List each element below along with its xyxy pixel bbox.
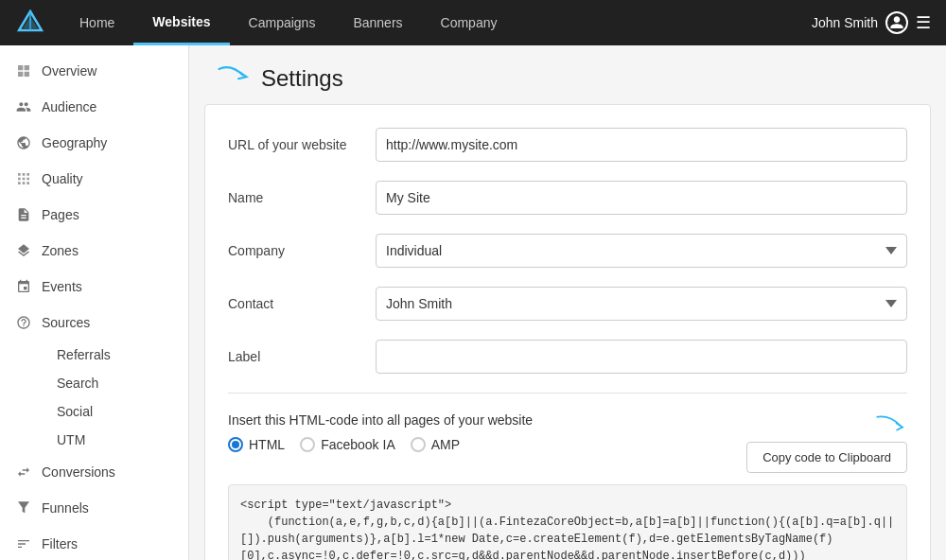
nav-websites[interactable]: Websites — [133, 0, 229, 45]
grid-icon — [15, 62, 32, 79]
contact-label: Contact — [228, 296, 360, 311]
sidebar-item-quality[interactable]: Quality — [0, 161, 188, 197]
code-tabs: HTML Facebook IA AMP — [228, 437, 533, 452]
page-header: Settings — [189, 45, 946, 104]
event-icon — [15, 278, 32, 295]
main-content: Settings URL of your website Name Compan… — [189, 45, 946, 560]
sidebar-utm[interactable]: UTM — [42, 426, 188, 454]
radio-amp[interactable] — [411, 437, 426, 452]
url-input[interactable] — [376, 128, 907, 162]
nav-home[interactable]: Home — [61, 0, 133, 45]
sidebar-events-label: Events — [42, 279, 82, 294]
sidebar-filters-label: Filters — [42, 536, 78, 551]
sidebar-audience-label: Audience — [42, 99, 96, 114]
code-instruction: Insert this HTML-code into all pages of … — [228, 412, 533, 428]
label-input[interactable] — [376, 340, 907, 374]
sidebar-item-filters[interactable]: Filters — [0, 526, 188, 560]
radio-facebook[interactable] — [300, 437, 315, 452]
people-icon — [15, 98, 32, 115]
sidebar-referrals[interactable]: Referrals — [42, 341, 188, 369]
sidebar-item-audience[interactable]: Audience — [0, 89, 188, 125]
label-label: Label — [228, 349, 360, 364]
sidebar-conversions-label: Conversions — [42, 464, 115, 480]
sidebar-geography-label: Geography — [42, 135, 107, 150]
company-select[interactable]: Individual — [376, 234, 907, 268]
copy-button-wrapper: Copy code to Clipboard — [746, 412, 907, 473]
sidebar-item-funnels[interactable]: Funnels — [0, 490, 188, 526]
page-title: Settings — [261, 65, 343, 92]
conversions-icon — [15, 464, 32, 481]
sidebar-social[interactable]: Social — [42, 397, 188, 426]
user-icon — [885, 11, 908, 34]
name-row: Name — [228, 181, 907, 215]
sources-icon — [15, 314, 32, 331]
sidebar-zones-label: Zones — [42, 243, 79, 258]
sidebar-sources-label: Sources — [42, 315, 90, 330]
contact-row: Contact John Smith — [228, 287, 907, 321]
sidebar-item-overview[interactable]: Overview — [0, 53, 188, 89]
name-input[interactable] — [376, 181, 907, 215]
sidebar-search[interactable]: Search — [42, 369, 188, 397]
nav-campaigns[interactable]: Campaigns — [230, 0, 335, 45]
sidebar-item-sources[interactable]: Sources — [0, 305, 188, 341]
user-menu[interactable]: John Smith ☰ — [812, 11, 931, 34]
filters-icon — [15, 535, 32, 552]
file-icon — [15, 206, 32, 223]
sidebar-overview-label: Overview — [42, 63, 96, 79]
logo[interactable] — [15, 8, 45, 38]
nav-banners[interactable]: Banners — [334, 0, 421, 45]
top-navigation: Home Websites Campaigns Banners Company … — [0, 0, 946, 45]
layers-icon — [15, 242, 32, 259]
sidebar-sources-sub: Referrals Search Social UTM — [0, 341, 188, 454]
sidebar-item-conversions[interactable]: Conversions — [0, 454, 188, 490]
username: John Smith — [812, 15, 878, 30]
company-label: Company — [228, 243, 360, 258]
copy-clipboard-button[interactable]: Copy code to Clipboard — [746, 442, 907, 473]
sidebar-quality-label: Quality — [42, 171, 83, 186]
quality-icon — [15, 170, 32, 187]
contact-select[interactable]: John Smith — [376, 287, 907, 321]
sidebar-item-geography[interactable]: Geography — [0, 125, 188, 161]
sidebar-funnels-label: Funnels — [42, 500, 89, 516]
tab-html[interactable]: HTML — [228, 437, 285, 452]
main-layout: Overview Audience Geography Quality Page… — [0, 45, 946, 560]
code-block: <script type="text/javascript"> (functio… — [228, 484, 907, 560]
code-header: Insert this HTML-code into all pages of … — [228, 412, 907, 473]
url-label: URL of your website — [228, 137, 360, 152]
radio-html[interactable] — [228, 437, 243, 452]
sidebar-item-pages[interactable]: Pages — [0, 197, 188, 233]
code-section: Insert this HTML-code into all pages of … — [228, 393, 907, 560]
tab-amp[interactable]: AMP — [411, 437, 460, 452]
name-label: Name — [228, 190, 360, 205]
nav-links: Home Websites Campaigns Banners Company — [61, 0, 812, 45]
funnels-icon — [15, 499, 32, 516]
globe-icon — [15, 134, 32, 151]
company-row: Company Individual — [228, 234, 907, 268]
back-arrow-icon — [212, 61, 250, 96]
sidebar-item-zones[interactable]: Zones — [0, 233, 188, 269]
menu-icon[interactable]: ☰ — [916, 12, 931, 33]
nav-company[interactable]: Company — [422, 0, 517, 45]
tab-facebook[interactable]: Facebook IA — [300, 437, 395, 452]
sidebar: Overview Audience Geography Quality Page… — [0, 45, 189, 560]
code-header-left: Insert this HTML-code into all pages of … — [228, 412, 533, 452]
sidebar-item-events[interactable]: Events — [0, 269, 188, 305]
label-row: Label — [228, 340, 907, 374]
settings-form-card: URL of your website Name Company Individ… — [204, 104, 931, 560]
sidebar-pages-label: Pages — [42, 207, 79, 222]
url-row: URL of your website — [228, 128, 907, 162]
